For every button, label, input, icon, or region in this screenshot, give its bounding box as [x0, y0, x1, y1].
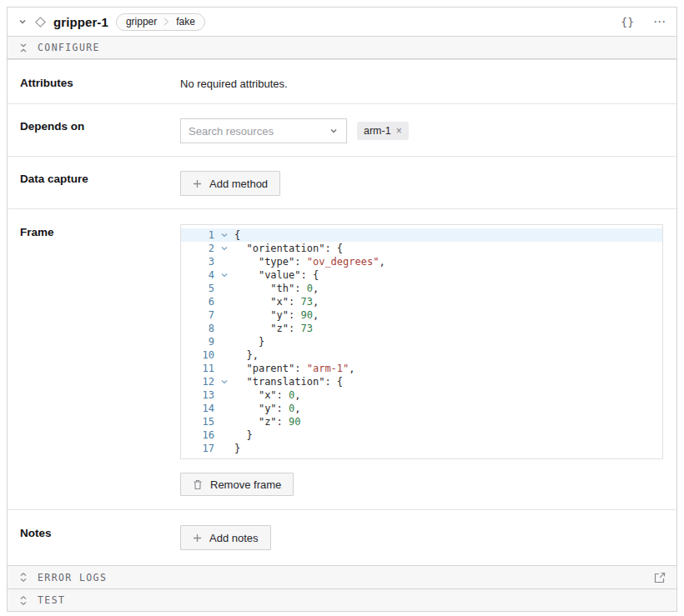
fold-chevron-icon[interactable]	[214, 228, 234, 242]
attributes-value: No required attributes.	[180, 75, 663, 90]
code-text[interactable]: "y": 0,	[234, 402, 301, 415]
frame-row: Frame 1{2 "orientation": {3 "type": "ov_…	[8, 208, 676, 509]
add-method-button-label: Add method	[209, 178, 268, 190]
line-number: 16	[181, 428, 214, 442]
code-line[interactable]: 8 "z": 73	[181, 322, 662, 335]
plus-icon	[193, 179, 202, 188]
code-text[interactable]: "type": "ov_degrees",	[234, 255, 385, 268]
component-title: gripper-1	[53, 15, 108, 29]
code-text[interactable]: "th": 0,	[234, 282, 319, 295]
configure-section-label: CONFIGURE	[38, 42, 100, 53]
code-line[interactable]: 16 }	[181, 428, 662, 442]
line-number: 3	[181, 255, 214, 268]
code-text[interactable]: "parent": "arm-1",	[234, 362, 355, 375]
fold-chevron-icon[interactable]	[214, 375, 234, 388]
line-number: 7	[181, 308, 214, 322]
line-number: 1	[181, 228, 214, 242]
code-line[interactable]: 2 "orientation": {	[181, 242, 662, 255]
code-line[interactable]: 5 "th": 0,	[181, 282, 662, 295]
code-line[interactable]: 11 "parent": "arm-1",	[181, 362, 662, 375]
code-text[interactable]: {	[234, 228, 240, 242]
code-text[interactable]: }	[234, 428, 253, 442]
line-number: 12	[181, 375, 214, 388]
code-line[interactable]: 1{	[181, 228, 662, 242]
code-text[interactable]: "translation": {	[234, 375, 343, 388]
code-line[interactable]: 4 "value": {	[181, 268, 662, 282]
trash-icon	[193, 479, 203, 490]
component-type-tag: gripper	[117, 16, 163, 28]
code-line[interactable]: 15 "z": 90	[181, 415, 662, 428]
component-type-badge: gripper fake	[116, 13, 205, 31]
code-text[interactable]: "z": 90	[234, 415, 301, 428]
data-capture-label: Data capture	[20, 171, 180, 196]
code-line[interactable]: 14 "y": 0,	[181, 402, 662, 415]
collapse-section-icon[interactable]	[18, 43, 28, 53]
badge-divider-chevron-icon	[163, 17, 169, 27]
line-number: 5	[181, 282, 214, 295]
error-logs-section-bar[interactable]: ERROR LOGS	[8, 565, 676, 588]
notes-label: Notes	[20, 525, 180, 550]
line-number: 6	[181, 295, 214, 308]
remove-frame-button[interactable]: Remove frame	[180, 473, 294, 496]
error-logs-section-label: ERROR LOGS	[38, 572, 107, 583]
code-line[interactable]: 12 "translation": {	[181, 375, 662, 388]
code-text[interactable]: "x": 0,	[234, 388, 301, 402]
code-text[interactable]: }	[234, 442, 240, 455]
depends-search-input[interactable]	[189, 125, 324, 138]
remove-frame-button-label: Remove frame	[210, 478, 281, 491]
attributes-row: Attributes No required attributes.	[8, 59, 676, 103]
fold-chevron-icon[interactable]	[214, 242, 234, 255]
line-number: 13	[181, 388, 214, 402]
remove-dependency-icon[interactable]: ×	[396, 126, 402, 136]
code-line[interactable]: 13 "x": 0,	[181, 388, 662, 402]
add-notes-button[interactable]: Add notes	[180, 525, 271, 550]
code-text[interactable]: "z": 73	[234, 322, 313, 335]
test-section-label: TEST	[38, 594, 65, 606]
line-number: 2	[181, 242, 214, 255]
code-line[interactable]: 9 }	[181, 335, 662, 348]
code-text[interactable]: "orientation": {	[234, 242, 343, 255]
line-number: 10	[181, 348, 214, 362]
plus-icon	[193, 533, 202, 543]
select-chevron-down-icon[interactable]	[329, 126, 339, 136]
code-line[interactable]: 17}	[181, 442, 662, 455]
line-number: 4	[181, 268, 214, 282]
line-number: 15	[181, 415, 214, 428]
code-text[interactable]: "value": {	[234, 268, 319, 282]
expand-section-icon[interactable]	[18, 572, 28, 583]
more-menu-icon[interactable]: ⋯	[653, 14, 666, 29]
add-notes-button-label: Add notes	[209, 532, 259, 544]
collapse-card-chevron-icon[interactable]	[18, 17, 28, 27]
test-section-bar[interactable]: TEST	[8, 588, 676, 611]
line-number: 9	[181, 335, 214, 348]
notes-row: Notes Add notes	[8, 509, 676, 565]
line-number: 17	[181, 442, 214, 455]
json-mode-icon[interactable]: {}	[621, 16, 634, 28]
add-method-button[interactable]: Add method	[180, 171, 280, 196]
line-number: 14	[181, 402, 214, 415]
depends-on-row: Depends on arm-1 ×	[8, 103, 676, 156]
code-line[interactable]: 6 "x": 73,	[181, 295, 662, 308]
code-line[interactable]: 10 },	[181, 348, 662, 362]
dependency-chip: arm-1 ×	[357, 122, 409, 140]
line-number: 8	[181, 322, 214, 335]
code-line[interactable]: 3 "type": "ov_degrees",	[181, 255, 662, 268]
code-text[interactable]: }	[234, 335, 264, 348]
depends-search-select[interactable]	[180, 118, 347, 143]
dependency-chip-label: arm-1	[364, 125, 391, 137]
line-number: 11	[181, 362, 214, 375]
attributes-label: Attributes	[20, 75, 180, 90]
frame-code-editor[interactable]: 1{2 "orientation": {3 "type": "ov_degree…	[180, 224, 663, 459]
card-header: gripper-1 gripper fake {} ⋯	[8, 8, 676, 36]
code-text[interactable]: "x": 73,	[234, 295, 319, 308]
expand-section-icon[interactable]	[18, 595, 28, 606]
code-text[interactable]: },	[234, 348, 259, 362]
gripper-component-icon	[35, 18, 46, 26]
fold-chevron-icon[interactable]	[214, 268, 234, 282]
data-capture-row: Data capture Add method	[8, 156, 676, 208]
code-line[interactable]: 7 "y": 90,	[181, 308, 662, 322]
open-logs-external-link-icon[interactable]	[654, 572, 666, 583]
component-model-tag: fake	[169, 16, 204, 28]
code-text[interactable]: "y": 90,	[234, 308, 319, 322]
configure-section-bar[interactable]: CONFIGURE	[8, 36, 676, 59]
